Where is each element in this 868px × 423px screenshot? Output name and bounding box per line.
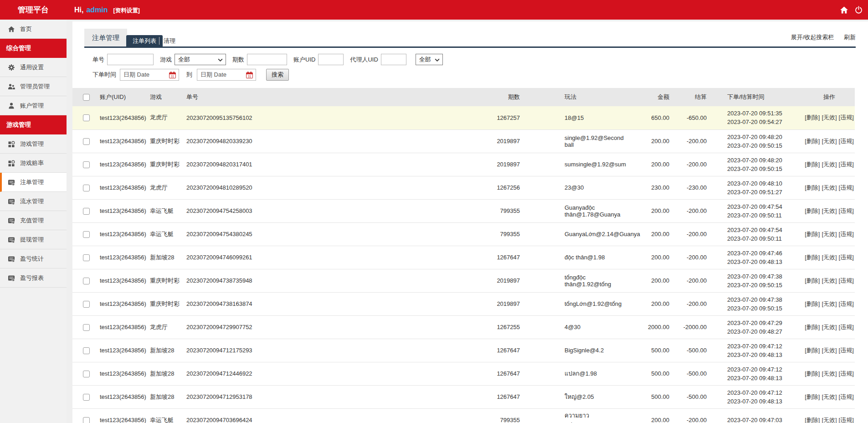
sidebar-item-12[interactable]: 盈亏统计	[0, 249, 67, 268]
row-checkbox[interactable]	[83, 208, 90, 215]
account-uid-input[interactable]	[318, 54, 344, 65]
cell-amount: 500.00	[633, 385, 669, 408]
action-invalid[interactable]: [无效]	[822, 207, 837, 214]
action-violation[interactable]: [违规]	[839, 324, 854, 330]
action-invalid[interactable]: [无效]	[822, 161, 837, 168]
action-invalid[interactable]: [无效]	[822, 393, 837, 400]
start-date-placeholder: 日期 Date	[123, 71, 149, 79]
row-checkbox[interactable]	[83, 371, 90, 377]
action-invalid[interactable]: [无效]	[822, 254, 837, 261]
power-icon[interactable]	[855, 6, 863, 14]
order-no-input[interactable]	[107, 54, 154, 65]
order-time: 2023-07-20 09:48:20	[727, 133, 804, 141]
action-invalid[interactable]: [无效]	[822, 300, 837, 307]
action-invalid[interactable]: [无效]	[822, 370, 837, 377]
row-checkbox[interactable]	[83, 138, 90, 145]
game-select-value: 全部	[178, 56, 190, 64]
sidebar-item-4[interactable]: 账户管理	[0, 96, 67, 115]
sidebar-item-label: 通用设置	[20, 63, 44, 72]
action-invalid[interactable]: [无效]	[822, 138, 837, 144]
action-delete[interactable]: [删除]	[805, 114, 820, 121]
sidebar-item-9[interactable]: 流水管理	[0, 192, 67, 211]
row-checkbox[interactable]	[83, 394, 90, 401]
row-checkbox[interactable]	[83, 301, 90, 308]
row-checkbox[interactable]	[83, 231, 90, 238]
action-delete[interactable]: [删除]	[805, 324, 820, 330]
action-delete[interactable]: [删除]	[805, 184, 820, 191]
action-violation[interactable]: [违规]	[839, 370, 854, 377]
sidebar-item-13[interactable]: 盈亏报表	[0, 268, 67, 288]
action-invalid[interactable]: [无效]	[822, 324, 837, 330]
cell-action: [删除][无效][违规]	[804, 129, 855, 153]
sidebar-item-3[interactable]: 管理员管理	[0, 77, 67, 96]
action-violation[interactable]: [违规]	[839, 393, 854, 400]
action-invalid[interactable]: [无效]	[822, 184, 837, 191]
action-delete[interactable]: [删除]	[805, 417, 820, 423]
cell-account: test123(2643856)	[100, 176, 150, 199]
row-checkbox[interactable]	[83, 417, 90, 423]
row-checkbox[interactable]	[83, 278, 90, 284]
search-button[interactable]: 搜索	[266, 69, 289, 81]
sidebar-item-11[interactable]: 提现管理	[0, 230, 67, 249]
settle-time: 2023-07-20 09:50:15	[727, 165, 804, 173]
select-all-checkbox[interactable]	[83, 94, 90, 101]
action-delete[interactable]: [删除]	[805, 277, 820, 284]
action-violation[interactable]: [违规]	[839, 184, 854, 191]
sidebar-item-2[interactable]: 通用设置	[0, 58, 67, 77]
action-delete[interactable]: [删除]	[805, 347, 820, 354]
agent-uid-input[interactable]	[381, 54, 406, 65]
cell-play: GuanyaLớn@2.14@Guanya	[524, 222, 633, 246]
action-delete[interactable]: [删除]	[805, 393, 820, 400]
action-invalid[interactable]: [无效]	[822, 231, 837, 237]
action-delete[interactable]: [删除]	[805, 138, 820, 144]
home-icon[interactable]	[840, 6, 848, 14]
action-invalid[interactable]: [无效]	[822, 114, 837, 121]
sidebar-item-10[interactable]: 充值管理	[0, 211, 67, 230]
action-violation[interactable]: [违规]	[839, 254, 854, 261]
action-delete[interactable]: [删除]	[805, 254, 820, 261]
cell-play: độc thân@1.98	[524, 246, 633, 269]
sidebar-item-6[interactable]: 游戏管理	[0, 134, 67, 154]
sidebar-item-0[interactable]: 首页	[0, 20, 67, 39]
sidebar-item-7[interactable]: 游戏赔率	[0, 154, 67, 173]
row-checkbox[interactable]	[83, 114, 90, 121]
table-row: test123(2643856)重庆时时彩2023072009482031740…	[72, 153, 855, 176]
action-violation[interactable]: [违规]	[839, 138, 854, 144]
action-invalid[interactable]: [无效]	[822, 417, 837, 423]
action-violation[interactable]: [违规]	[839, 277, 854, 284]
period-input[interactable]	[247, 54, 287, 65]
action-violation[interactable]: [违规]	[839, 300, 854, 307]
game-select[interactable]: 全部	[175, 54, 226, 65]
action-violation[interactable]: [违规]	[839, 207, 854, 214]
action-violation[interactable]: [违规]	[839, 231, 854, 237]
start-date-input[interactable]: 日期 Date 31	[120, 69, 179, 81]
sidebar-section-1: 综合管理	[0, 39, 67, 58]
end-date-input[interactable]: 日期 Date 31	[197, 69, 256, 81]
status-select[interactable]: 全部	[416, 54, 443, 65]
greeting-prefix: Hi,	[74, 6, 83, 14]
action-violation[interactable]: [违规]	[839, 161, 854, 168]
action-violation[interactable]: [违规]	[839, 417, 854, 423]
action-delete[interactable]: [删除]	[805, 161, 820, 168]
action-invalid[interactable]: [无效]	[822, 347, 837, 354]
tab-order-list[interactable]: 注单列表	[126, 35, 163, 46]
action-invalid[interactable]: [无效]	[822, 277, 837, 284]
action-delete[interactable]: [删除]	[805, 231, 820, 237]
action-delete[interactable]: [删除]	[805, 207, 820, 214]
action-violation[interactable]: [违规]	[839, 114, 854, 121]
row-checkbox[interactable]	[83, 254, 90, 261]
sidebar-item-8[interactable]: 注单管理	[0, 173, 67, 192]
tab-clean[interactable]: 清理	[164, 35, 175, 46]
action-violation[interactable]: [违规]	[839, 347, 854, 354]
action-delete[interactable]: [删除]	[805, 300, 820, 307]
profile-settings-link[interactable]: [资料设置]	[113, 7, 140, 14]
cell-checkbox	[72, 129, 100, 153]
refresh-link[interactable]: 刷新	[844, 34, 856, 41]
row-checkbox[interactable]	[83, 161, 90, 168]
row-checkbox[interactable]	[83, 185, 90, 191]
toggle-search-link[interactable]: 展开/收起搜索栏	[791, 34, 834, 41]
row-checkbox[interactable]	[83, 347, 90, 354]
action-delete[interactable]: [删除]	[805, 370, 820, 377]
cell-settle: -200.00	[669, 222, 710, 246]
row-checkbox[interactable]	[83, 324, 90, 331]
